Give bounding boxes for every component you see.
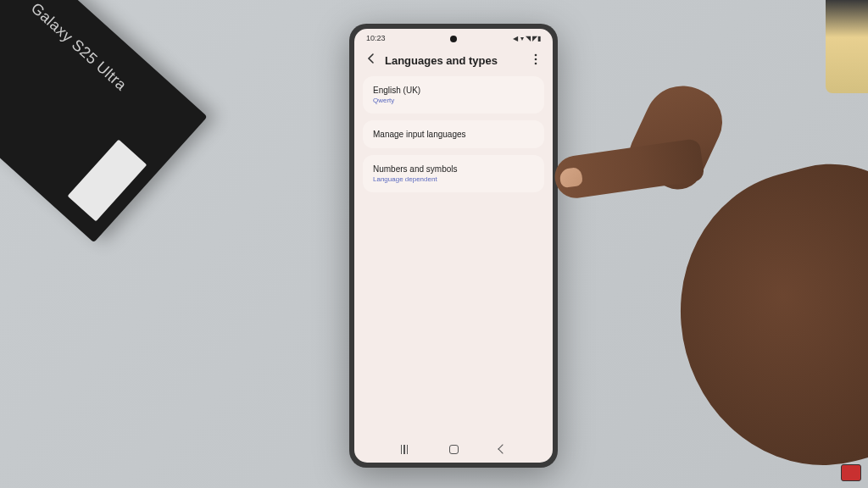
card-title: English (UK) — [373, 86, 534, 95]
palm — [648, 140, 868, 488]
page-header: Languages and types — [354, 44, 553, 75]
human-hand — [546, 51, 868, 458]
chevron-left-icon — [366, 53, 375, 64]
product-box: Galaxy S25 Ultra — [0, 0, 208, 242]
svg-point-2 — [535, 62, 537, 64]
card-subtitle: Qwerty — [373, 97, 534, 104]
manage-input-languages-item[interactable]: Manage input languages — [363, 120, 544, 148]
index-finger — [552, 138, 704, 201]
barcode — [68, 139, 147, 221]
more-vertical-icon — [534, 53, 537, 65]
settings-list: English (UK) Qwerty Manage input languag… — [354, 75, 553, 201]
status-icons: ◀ ▾ ◥ ◤▮ — [513, 35, 541, 42]
home-icon — [449, 445, 459, 454]
fingernail — [559, 167, 583, 188]
back-icon — [498, 444, 507, 453]
product-box-label: Galaxy S25 Ultra — [27, 0, 130, 94]
numbers-and-symbols-item[interactable]: Numbers and symbols Language dependent — [363, 155, 544, 192]
language-item-english-uk[interactable]: English (UK) Qwerty — [363, 76, 544, 114]
nav-recents-button[interactable] — [392, 442, 417, 456]
card-title: Numbers and symbols — [373, 164, 534, 174]
phone-device: 10:23 ◀ ▾ ◥ ◤▮ Languages and types — [349, 24, 558, 468]
thumb — [621, 74, 733, 198]
nav-back-button[interactable] — [490, 442, 515, 456]
watermark-icon — [841, 464, 861, 481]
phone-screen: 10:23 ◀ ▾ ◥ ◤▮ Languages and types — [354, 29, 553, 463]
nav-home-button[interactable] — [441, 442, 466, 456]
status-time: 10:23 — [366, 34, 386, 42]
page-title: Languages and types — [385, 54, 520, 67]
svg-point-1 — [535, 58, 537, 60]
svg-point-0 — [535, 53, 537, 56]
back-button[interactable] — [366, 53, 375, 68]
recents-icon — [401, 445, 409, 454]
camera-cutout — [450, 36, 457, 42]
navigation-bar — [354, 434, 553, 463]
card-title: Manage input languages — [373, 130, 534, 139]
card-subtitle: Language dependent — [373, 175, 534, 183]
background-object — [826, 0, 868, 93]
more-options-button[interactable] — [531, 53, 541, 68]
